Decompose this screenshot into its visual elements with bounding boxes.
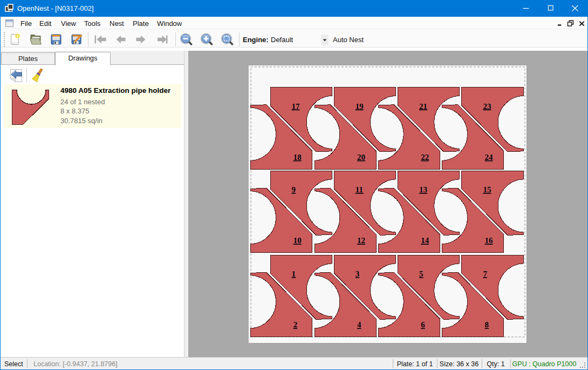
svg-text:20: 20	[357, 153, 365, 162]
svg-text:9: 9	[292, 185, 296, 194]
svg-text:24: 24	[485, 153, 494, 162]
svg-text:4: 4	[357, 320, 361, 329]
svg-text:21: 21	[419, 102, 427, 111]
svg-text:13: 13	[419, 185, 427, 194]
svg-text:7: 7	[483, 270, 487, 278]
svg-text:2: 2	[293, 320, 298, 329]
svg-text:18: 18	[293, 153, 302, 162]
svg-text:5: 5	[419, 270, 423, 278]
svg-text:1: 1	[292, 270, 296, 278]
svg-text:8: 8	[485, 320, 489, 329]
svg-text:11: 11	[355, 185, 363, 194]
svg-text:23: 23	[483, 102, 491, 111]
svg-text:6: 6	[421, 320, 425, 329]
svg-text:22: 22	[421, 153, 429, 162]
svg-text:16: 16	[485, 236, 494, 245]
svg-text:12: 12	[357, 236, 365, 245]
svg-text:10: 10	[293, 236, 302, 245]
svg-text:3: 3	[355, 270, 360, 278]
svg-text:17: 17	[292, 102, 300, 111]
svg-text:14: 14	[421, 236, 429, 245]
svg-text:15: 15	[483, 185, 491, 194]
svg-text:19: 19	[355, 102, 364, 111]
